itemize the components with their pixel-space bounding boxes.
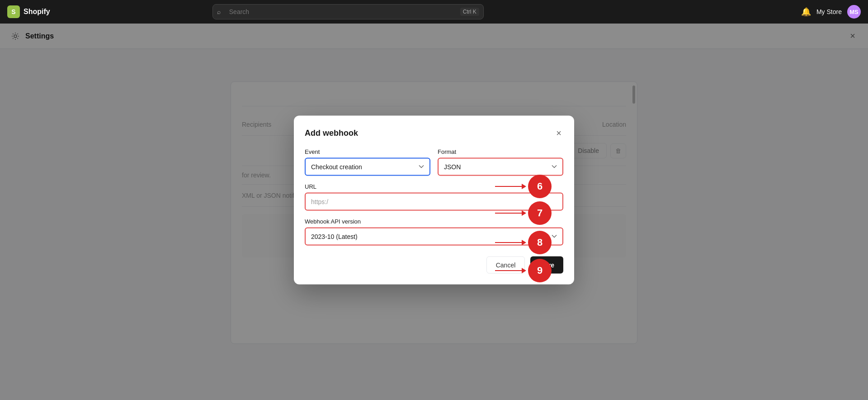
modal-title: Add webhook	[305, 128, 358, 138]
annotation-8: 8	[528, 231, 552, 254]
modal-header: Add webhook ×	[305, 127, 563, 139]
arrow-head-8	[522, 240, 526, 245]
arrow-head-7	[522, 210, 526, 216]
event-group: Event Checkout creation	[305, 148, 430, 176]
shopify-logo: S Shopify	[7, 5, 50, 18]
arrow-line-7	[495, 213, 522, 214]
format-group: Format JSON	[438, 148, 563, 176]
modal-close-button[interactable]: ×	[554, 127, 563, 139]
search-icon: ⌕	[217, 8, 221, 15]
annotation-9-container: 9	[495, 259, 552, 282]
avatar-initials: MS	[849, 9, 859, 15]
shopify-wordmark: Shopify	[24, 8, 50, 16]
store-name-label: My Store	[816, 8, 842, 15]
annotation-7: 7	[528, 201, 552, 225]
event-format-row: Event Checkout creation Format JSON	[305, 148, 563, 176]
shopify-logo-icon: S	[7, 5, 20, 18]
annotation-6-container: 6	[495, 175, 552, 198]
format-label: Format	[438, 148, 563, 155]
annotation-9: 9	[528, 259, 552, 282]
topbar-right: 🔔 My Store MS	[801, 5, 861, 19]
topbar: S Shopify ⌕ Ctrl K 🔔 My Store MS	[0, 0, 868, 24]
arrow-line-8	[495, 242, 522, 243]
arrow-head-9	[522, 268, 526, 273]
annotation-8-container: 8	[495, 231, 552, 254]
search-bar-container: ⌕ Ctrl K	[212, 4, 484, 19]
event-label: Event	[305, 148, 430, 155]
arrow-line-9	[495, 270, 522, 271]
avatar[interactable]: MS	[847, 5, 861, 19]
annotation-7-container: 7	[495, 201, 552, 225]
annotation-6: 6	[528, 175, 552, 198]
format-select[interactable]: JSON	[438, 158, 563, 176]
notification-icon[interactable]: 🔔	[801, 7, 811, 17]
search-input[interactable]	[212, 4, 484, 19]
arrow-head-6	[522, 184, 526, 189]
event-select[interactable]: Checkout creation	[305, 158, 430, 176]
arrow-line-6	[495, 186, 522, 187]
search-shortcut: Ctrl K	[460, 8, 479, 16]
